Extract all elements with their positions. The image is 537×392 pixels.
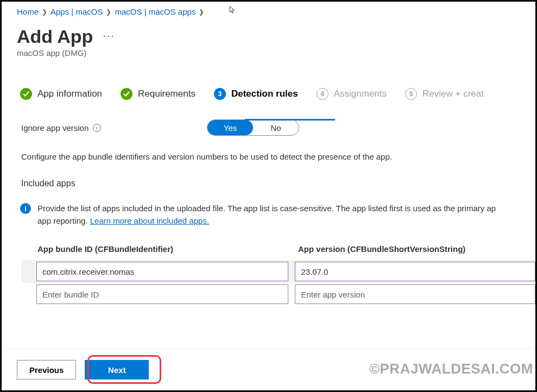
annotation-highlight bbox=[87, 355, 161, 384]
column-header-bundle-id: App bundle ID (CFBundleIdentifier) bbox=[37, 244, 298, 254]
more-actions-button[interactable]: ··· bbox=[103, 29, 115, 44]
column-header-app-version: App version (CFBundleShortVersionString) bbox=[298, 244, 535, 254]
info-icon: i bbox=[20, 203, 31, 214]
step-label: Requirements bbox=[138, 88, 195, 99]
included-apps-table: App bundle ID (CFBundleIdentifier) App v… bbox=[2, 227, 535, 306]
table-row bbox=[21, 283, 535, 306]
page-subtitle: macOS app (DMG) bbox=[2, 47, 535, 58]
step-review-create: 5 Review + creat bbox=[405, 88, 484, 100]
toggle-yes[interactable]: Yes bbox=[207, 120, 253, 135]
info-text-line2: app reporting. bbox=[37, 216, 90, 225]
step-requirements[interactable]: Requirements bbox=[121, 88, 195, 100]
wizard-steps: App information Requirements 3 Detection… bbox=[2, 58, 535, 100]
page-title: Add App bbox=[17, 26, 93, 47]
step-label: App information bbox=[37, 88, 102, 99]
learn-more-link[interactable]: Learn more about included apps. bbox=[90, 216, 209, 225]
bundle-id-input[interactable] bbox=[36, 262, 288, 281]
chevron-right-icon: ❯ bbox=[42, 8, 47, 16]
step-label: Detection rules bbox=[231, 88, 298, 99]
chevron-right-icon: ❯ bbox=[199, 8, 204, 16]
table-row bbox=[21, 260, 535, 283]
info-callout: i Provide the list of apps included in t… bbox=[2, 188, 535, 227]
step-number-badge: 4 bbox=[317, 88, 328, 100]
included-apps-heading: Included apps bbox=[2, 162, 535, 188]
step-detection-rules[interactable]: 3 Detection rules bbox=[214, 88, 298, 100]
detection-description: Configure the app bundle identifiers and… bbox=[2, 136, 535, 162]
watermark-text: ©PRAJWALDESAI.COM bbox=[369, 361, 533, 377]
checkmark-icon bbox=[121, 88, 132, 100]
info-text-line1: Provide the list of apps included in the… bbox=[37, 204, 496, 213]
chevron-right-icon: ❯ bbox=[106, 8, 111, 16]
step-label: Assignments bbox=[334, 88, 387, 99]
step-number-badge: 3 bbox=[214, 88, 226, 100]
breadcrumb: Home ❯ Apps | macOS ❯ macOS | macOS apps… bbox=[2, 2, 535, 16]
breadcrumb-macos-apps[interactable]: macOS | macOS apps bbox=[115, 7, 195, 16]
info-icon[interactable]: i bbox=[93, 124, 101, 132]
previous-button[interactable]: Previous bbox=[17, 360, 76, 380]
breadcrumb-apps-macos[interactable]: Apps | macOS bbox=[50, 7, 103, 16]
active-step-underline bbox=[245, 119, 335, 121]
step-number-badge: 5 bbox=[405, 88, 417, 100]
step-assignments: 4 Assignments bbox=[317, 88, 387, 100]
step-app-information[interactable]: App information bbox=[20, 88, 102, 100]
ignore-app-version-toggle[interactable]: Yes No bbox=[207, 119, 299, 136]
step-label: Review + creat bbox=[422, 88, 484, 99]
toggle-no[interactable]: No bbox=[253, 120, 299, 135]
breadcrumb-home[interactable]: Home bbox=[17, 7, 39, 16]
app-version-input[interactable] bbox=[295, 262, 535, 281]
bundle-id-input-new[interactable] bbox=[36, 284, 288, 304]
app-version-input-new[interactable] bbox=[295, 284, 535, 304]
ignore-app-version-label: Ignore app version bbox=[21, 123, 89, 132]
checkmark-icon bbox=[20, 88, 32, 100]
